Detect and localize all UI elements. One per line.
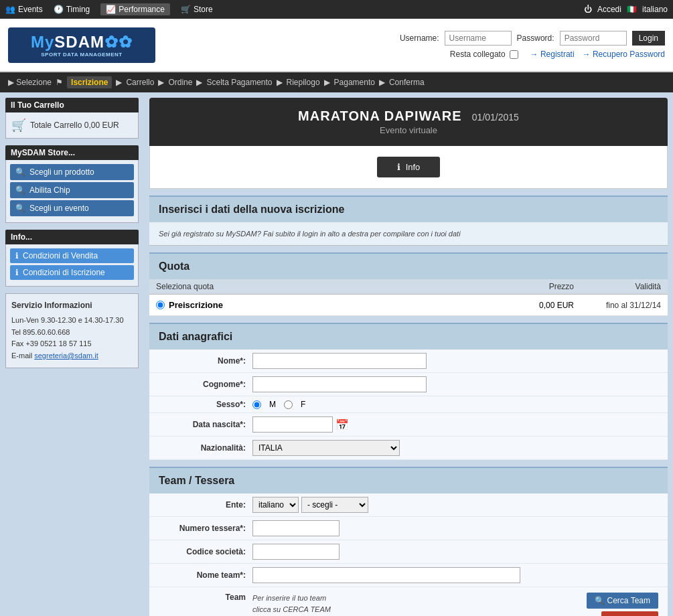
bc-sep5: ▶ bbox=[277, 78, 283, 87]
team-label: Team bbox=[159, 593, 252, 602]
calendar-icon[interactable]: 📅 bbox=[335, 418, 349, 431]
team-section: Team / Tessera Ente: italiano - scegli -… bbox=[149, 467, 668, 616]
events-icon: 👥 bbox=[5, 5, 15, 14]
cart-title: Il Tuo Carrello bbox=[5, 98, 139, 112]
event-header: MARATONA DAPIWARE 01/01/2015 Evento virt… bbox=[149, 98, 668, 146]
header-links: → Registrati → Recupero Password bbox=[530, 50, 665, 59]
condizioni-vendita-btn[interactable]: ℹ Condizioni di Vendita bbox=[10, 248, 134, 263]
nav-store[interactable]: 🛒 Store bbox=[181, 5, 213, 14]
info-button[interactable]: ℹ Info bbox=[377, 157, 441, 177]
quota-radio-preiscrizione[interactable] bbox=[156, 301, 165, 309]
username-input[interactable] bbox=[445, 31, 512, 46]
bc-ordine[interactable]: Ordine bbox=[168, 78, 192, 87]
team-hint-row: Team Per inserire il tuo team clicca su … bbox=[149, 587, 668, 616]
nav-performance[interactable]: 📈 Performance bbox=[100, 3, 170, 15]
nav-events[interactable]: 👥 Events bbox=[5, 5, 43, 14]
bc-sep7: ▶ bbox=[379, 78, 385, 87]
team-title: Team / Tessera bbox=[159, 475, 234, 486]
nome-team-label: Nome team*: bbox=[159, 570, 252, 580]
bc-carrello[interactable]: Carrello bbox=[126, 78, 154, 87]
store-box: 🔍 Scegli un prodotto 🔍 Abilita Chip 🔍 Sc… bbox=[5, 160, 139, 223]
contact-fax: Fax +39 0521 18 57 115 bbox=[11, 339, 92, 348]
cerca-team-button[interactable]: 🔍 Cerca Team bbox=[587, 593, 658, 609]
info-icon-1: ℹ bbox=[15, 251, 19, 260]
scegli-evento-btn[interactable]: 🔍 Scegli un evento bbox=[10, 200, 134, 216]
numero-tessera-row: Numero tessera*: bbox=[149, 517, 668, 540]
event-subtitle: Evento virtuale bbox=[160, 125, 657, 135]
nazionalita-label: Nazionalità: bbox=[159, 443, 252, 453]
top-nav-right: ⏻ Accedi 🇮🇹 italiano bbox=[584, 5, 668, 14]
team-action-buttons: 🔍 Cerca Team ✕ Cancella bbox=[587, 593, 658, 616]
scegli-prodotto-btn[interactable]: 🔍 Scegli un prodotto bbox=[10, 164, 134, 180]
performance-icon: 📈 bbox=[106, 5, 116, 14]
nav-timing[interactable]: 🕐 Timing bbox=[54, 5, 90, 14]
password-label: Password: bbox=[517, 33, 554, 43]
cancella-button[interactable]: ✕ Cancella bbox=[601, 611, 658, 616]
ente-type-select[interactable]: italiano bbox=[252, 497, 299, 513]
main-layout: Il Tuo Carrello 🛒 Totale Carrello 0,00 E… bbox=[0, 92, 673, 616]
contact-email-label: E-mail bbox=[11, 352, 34, 360]
team-header: Team / Tessera bbox=[149, 467, 668, 493]
registration-hint-box: Sei già registrato su MySDAM? Fai subito… bbox=[149, 222, 668, 246]
bc-sep6: ▶ bbox=[324, 78, 330, 87]
event-title: MARATONA DAPIWARE bbox=[298, 108, 461, 123]
ente-choice-select[interactable]: - scegli - bbox=[301, 497, 368, 513]
cart-icon: 🛒 bbox=[11, 118, 26, 133]
contact-hours: Lun-Ven 9.30-12.30 e 14.30-17.30 bbox=[11, 316, 124, 324]
registrati-link[interactable]: → Registrati bbox=[530, 50, 575, 59]
store-section: MySDAM Store... 🔍 Scegli un prodotto 🔍 A… bbox=[5, 145, 139, 223]
logo-title: MySDAM✿✿ bbox=[31, 33, 133, 52]
bc-iscrizione[interactable]: Iscrizione bbox=[67, 76, 112, 88]
ente-row: Ente: italiano - scegli - bbox=[149, 493, 668, 517]
codice-societa-label: Codice società: bbox=[159, 547, 252, 556]
bc-selezione[interactable]: ▶ Selezione bbox=[8, 78, 52, 87]
dati-header: Dati anagrafici bbox=[149, 323, 668, 350]
info-title: Info... bbox=[5, 230, 139, 244]
bc-pagamento[interactable]: Pagamento bbox=[334, 78, 375, 87]
bc-riepilogo[interactable]: Riepilogo bbox=[287, 78, 320, 87]
abilita-chip-btn[interactable]: 🔍 Abilita Chip bbox=[10, 182, 134, 198]
search-icon-3: 🔍 bbox=[15, 204, 25, 213]
cart-total: 🛒 Totale Carrello 0,00 EUR bbox=[11, 118, 133, 133]
team-hint-text: Per inserire il tuo team clicca su CERCA… bbox=[252, 593, 587, 616]
nome-input[interactable] bbox=[252, 353, 427, 369]
info-icon-2: ℹ bbox=[15, 268, 19, 277]
login-button[interactable]: Login bbox=[632, 31, 665, 46]
team-hint-area: Per inserire il tuo team clicca su CERCA… bbox=[252, 593, 587, 616]
quota-row-preiscrizione: Preiscrizione 0,00 EUR fino al 31/12/14 bbox=[149, 295, 668, 316]
ente-label: Ente: bbox=[159, 500, 252, 510]
resta-checkbox[interactable] bbox=[510, 50, 518, 59]
sesso-m-radio[interactable] bbox=[252, 400, 261, 409]
recupero-password-link[interactable]: → Recupero Password bbox=[583, 50, 665, 59]
contact-email-link[interactable]: segreteria@sdam.it bbox=[34, 352, 98, 360]
bc-scelta[interactable]: Scelta Pagamento bbox=[206, 78, 272, 87]
sesso-radio-group: M F bbox=[252, 400, 305, 409]
sesso-row: Sesso*: M F bbox=[149, 396, 668, 413]
sesso-f-radio[interactable] bbox=[284, 400, 293, 409]
data-nascita-input[interactable] bbox=[252, 416, 333, 433]
bc-sep3: ▶ bbox=[158, 78, 164, 87]
nome-label: Nome*: bbox=[159, 356, 252, 366]
contact-title: Servizio Informazioni bbox=[11, 299, 133, 312]
header-right: Username: Password: Login Resta collegat… bbox=[155, 31, 665, 59]
quota-section: Quota Seleziona quota Prezzo Validità Pr… bbox=[149, 252, 668, 316]
resta-collegato-row: Resta collegato bbox=[450, 50, 520, 59]
data-nascita-row: Data nascita*: 📅 bbox=[149, 413, 668, 437]
sidebar: Il Tuo Carrello 🛒 Totale Carrello 0,00 E… bbox=[0, 92, 144, 616]
password-input[interactable] bbox=[560, 31, 627, 46]
cognome-input[interactable] bbox=[252, 376, 427, 392]
logo-subtitle: SPORT DATA MANAGEMENT bbox=[41, 52, 122, 58]
info-button-box: ℹ Info bbox=[149, 146, 668, 189]
username-label: Username: bbox=[400, 33, 439, 43]
search-icon-team: 🔍 bbox=[595, 596, 605, 605]
codice-societa-input[interactable] bbox=[252, 544, 340, 560]
contact-section: Servizio Informazioni Lun-Ven 9.30-12.30… bbox=[5, 293, 139, 368]
nazionalita-select[interactable]: ITALIA bbox=[252, 440, 400, 456]
accedi-link[interactable]: Accedi bbox=[597, 5, 621, 14]
nome-row: Nome*: bbox=[149, 350, 668, 373]
nome-team-input[interactable] bbox=[252, 567, 520, 583]
condizioni-iscrizione-btn[interactable]: ℹ Condizioni di Iscrizione bbox=[10, 265, 134, 280]
numero-tessera-input[interactable] bbox=[252, 520, 340, 536]
store-icon: 🛒 bbox=[181, 5, 191, 14]
bc-conferma[interactable]: Conferma bbox=[389, 78, 425, 87]
